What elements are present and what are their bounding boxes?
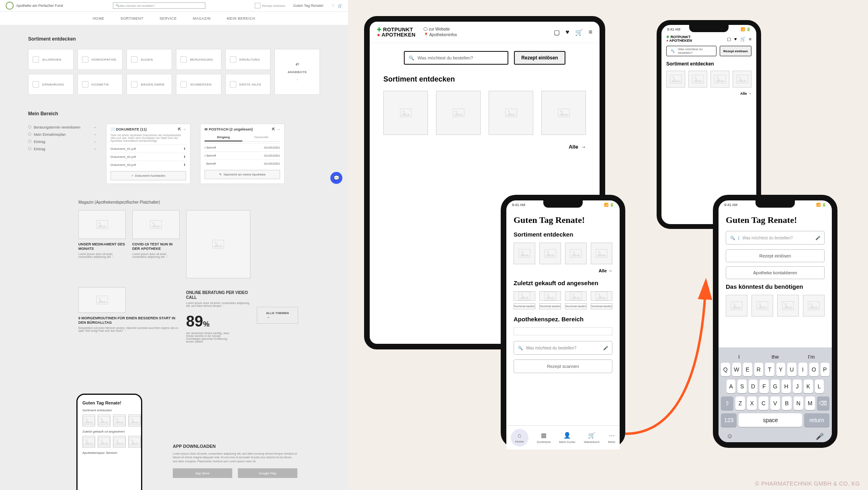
- category-tile[interactable]: [383, 91, 428, 135]
- scan-button[interactable]: Rezept scannen: [514, 359, 612, 373]
- recipe-button[interactable]: Rezept einlösen: [720, 46, 751, 56]
- key[interactable]: H: [782, 380, 790, 393]
- recipe-button[interactable]: Rezept einlösen: [726, 249, 825, 262]
- cart-icon[interactable]: 🛒: [575, 29, 583, 36]
- view-all-link[interactable]: Alle →: [514, 268, 612, 273]
- logo[interactable]: Apotheke am Perlacher Forst: [6, 2, 63, 10]
- mic-icon[interactable]: 🎤: [603, 346, 608, 350]
- key[interactable]: R: [754, 363, 764, 376]
- nav-item[interactable]: HOME: [93, 16, 104, 20]
- recipe-button[interactable]: Rezept einlösen: [255, 3, 285, 8]
- key[interactable]: L: [815, 380, 824, 393]
- key[interactable]: I: [798, 363, 808, 376]
- category-card[interactable]: HOMÖOPATHIE: [78, 49, 123, 70]
- search-input[interactable]: 🔍Was möchtest du bestellen?: [404, 51, 508, 65]
- recipe-button[interactable]: Rezept einlösen: [514, 51, 565, 65]
- key-return[interactable]: return: [804, 413, 829, 427]
- heart-icon[interactable]: ♡: [332, 4, 335, 8]
- playstore-button[interactable]: Google Play: [238, 468, 297, 478]
- key[interactable]: S: [737, 380, 746, 393]
- expand-icon[interactable]: ⇱ →: [272, 127, 280, 131]
- appstore-button[interactable]: App Store: [173, 468, 232, 478]
- contact-button[interactable]: Apotheke kontaktieren: [726, 266, 825, 279]
- nav-item[interactable]: MAGAZIN: [193, 16, 211, 20]
- mail-row[interactable]: • Betreff01/26/2021: [205, 143, 280, 151]
- key[interactable]: D: [749, 380, 757, 393]
- key[interactable]: ⌫: [817, 396, 829, 410]
- product-tile[interactable]: Nochmal kaufen: [565, 291, 587, 309]
- key[interactable]: J: [793, 380, 802, 393]
- key[interactable]: F: [760, 380, 768, 393]
- key[interactable]: N: [794, 396, 803, 410]
- suggestion[interactable]: the: [757, 354, 793, 360]
- suggestion[interactable]: I'm: [793, 354, 829, 360]
- key[interactable]: G: [771, 380, 780, 393]
- emoji-icon[interactable]: ☺: [727, 433, 733, 440]
- document-row[interactable]: Dokument_01.pdf⬇: [111, 145, 186, 153]
- view-all-link[interactable]: Alle→: [383, 144, 586, 150]
- key[interactable]: U: [787, 363, 796, 376]
- list-item[interactable]: Mein Einnahmeplan→: [28, 131, 96, 138]
- nav-item[interactable]: SERVICE: [160, 16, 177, 20]
- cart-icon[interactable]: 🛒: [338, 4, 342, 8]
- list-item[interactable]: Eintrag→: [28, 138, 96, 145]
- category-card[interactable]: ALLERGIEN: [28, 49, 74, 70]
- key[interactable]: A: [727, 380, 735, 393]
- key[interactable]: T: [765, 363, 774, 376]
- key[interactable]: P: [821, 363, 830, 376]
- nav-item[interactable]: MEIN BEREICH: [227, 16, 255, 20]
- logo[interactable]: ROTPUNKTAPOTHEKEN: [666, 35, 692, 43]
- product-tile[interactable]: [777, 295, 799, 316]
- download-icon[interactable]: ⬇: [183, 155, 186, 159]
- mail-row[interactable]: • Betreff01/26/2021: [205, 151, 280, 159]
- heart-icon[interactable]: ♥: [565, 29, 569, 36]
- category-card[interactable]: AUGEN: [127, 49, 172, 70]
- category-tile[interactable]: [733, 71, 751, 88]
- chat-fab[interactable]: 💬: [330, 172, 342, 184]
- category-card[interactable]: ERNÄHRUNG: [28, 74, 74, 95]
- nav-cart[interactable]: 🛒Warenkorb: [584, 432, 600, 444]
- search-input[interactable]: 🔍Was möchtest du bestellen?: [666, 46, 717, 56]
- key[interactable]: Y: [776, 363, 786, 376]
- tab-inbox[interactable]: Eingang: [205, 134, 242, 141]
- magazine-item[interactable]: UNSER MEDIKAMENT DES MONATSLorem ipsum d…: [78, 210, 126, 278]
- category-tile[interactable]: [489, 91, 533, 135]
- expand-icon[interactable]: ⇱ →: [178, 127, 186, 131]
- list-item[interactable]: Beratungstermin vereinbaren→: [28, 124, 96, 131]
- category-tile[interactable]: [541, 91, 586, 135]
- account-icon[interactable]: ▢: [727, 37, 731, 42]
- document-row[interactable]: Dokument_02.pdf⬇: [111, 153, 186, 161]
- search-input[interactable]: 🔍|Was möchtest du bestellen?🎤: [726, 231, 825, 245]
- product-tile[interactable]: [751, 295, 773, 316]
- cart-icon[interactable]: 🛒: [740, 37, 746, 42]
- link-website[interactable]: 🖵 zur Website: [424, 27, 457, 32]
- key-space[interactable]: space: [739, 413, 802, 427]
- upload-button[interactable]: + Dokument hochladen: [111, 171, 186, 180]
- tab-sent[interactable]: Gesendet: [242, 134, 280, 141]
- product-tile[interactable]: Nochmal kaufen: [591, 291, 612, 309]
- product-tile[interactable]: [803, 295, 825, 316]
- key[interactable]: ⇧: [721, 396, 733, 410]
- nav-more[interactable]: ⋯Mehr: [608, 432, 615, 444]
- key[interactable]: O: [809, 363, 819, 376]
- key-numbers[interactable]: 123: [721, 413, 737, 427]
- nav-home[interactable]: ⌂Home: [511, 429, 528, 447]
- category-tile[interactable]: [565, 243, 587, 264]
- category-tile[interactable]: [539, 243, 561, 264]
- key[interactable]: K: [804, 380, 813, 393]
- search-input[interactable]: 🔍Was möchtest du bestellen?🎤: [514, 341, 612, 355]
- logo[interactable]: ROTPUNKTAPOTHEKEN: [377, 27, 416, 37]
- key[interactable]: W: [732, 363, 741, 376]
- download-icon[interactable]: ⬇: [183, 163, 186, 167]
- key[interactable]: Q: [721, 363, 730, 376]
- category-tile[interactable]: [710, 71, 729, 88]
- key[interactable]: M: [805, 396, 815, 410]
- suggestion[interactable]: I: [721, 354, 757, 360]
- nav-account[interactable]: 👤Mein Konto: [559, 432, 575, 444]
- nav-sortiment[interactable]: ▦Sortiment: [537, 432, 551, 444]
- mic-icon[interactable]: 🎤: [815, 236, 820, 240]
- category-tile[interactable]: [688, 71, 707, 88]
- account-icon[interactable]: ▢: [554, 29, 560, 36]
- key[interactable]: C: [759, 396, 768, 410]
- menu-icon[interactable]: ≡: [749, 37, 751, 42]
